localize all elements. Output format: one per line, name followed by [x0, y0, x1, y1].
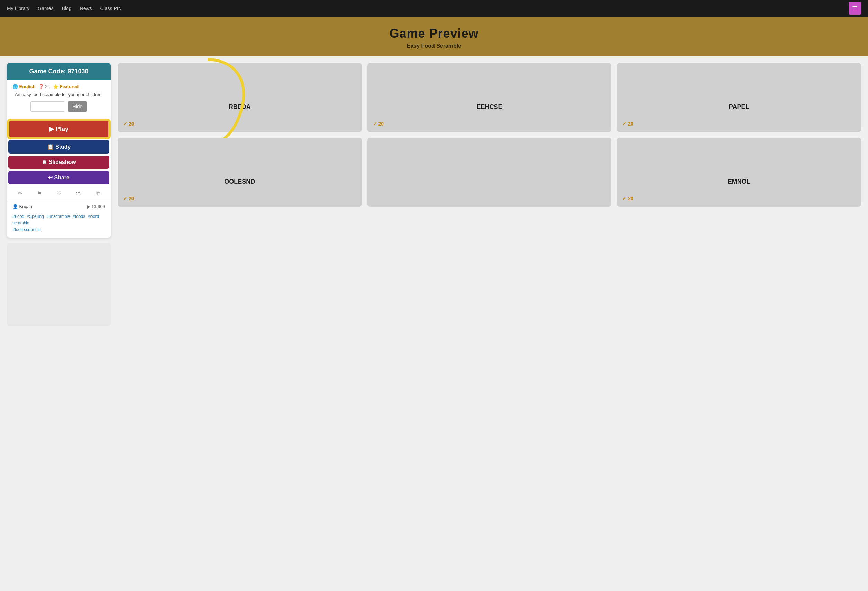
game-card: Game Code: 971030 🌐 English ❓ 24 ⭐ Featu…: [7, 63, 111, 237]
badge-featured: ⭐ Featured: [53, 84, 79, 89]
card-word-4: OOLESND: [123, 178, 356, 185]
play-count: ▶ 13,909: [87, 204, 105, 209]
badge-count: ❓ 24: [38, 84, 50, 89]
nav-games[interactable]: Games: [38, 6, 53, 11]
nav-my-library[interactable]: My Library: [7, 6, 30, 11]
game-description: An easy food scramble for younger childr…: [12, 92, 105, 97]
card-word-1: RBEDA: [123, 103, 356, 111]
slideshow-button[interactable]: 🖥 Slideshow: [8, 156, 109, 169]
code-input-field[interactable]: [31, 101, 65, 112]
game-meta: 🌐 English ❓ 24 ⭐ Featured An easy food s…: [7, 80, 111, 120]
card-score-1: ✓ 20: [123, 121, 356, 127]
left-panel: Game Code: 971030 🌐 English ❓ 24 ⭐ Featu…: [7, 63, 111, 326]
game-tags: #Food #Spelling #unscramble #foods #word…: [7, 214, 111, 237]
badge-language: 🌐 English: [12, 84, 35, 89]
empty-card: [7, 243, 111, 326]
game-grid: RBEDA ✓ 20 EEHCSE ✓ 20 PAPEL ✓ 20: [118, 63, 861, 207]
share-button[interactable]: ↩ Share: [8, 171, 109, 184]
favorite-icon[interactable]: ♡: [56, 190, 61, 197]
card-word-3: PAPEL: [622, 103, 856, 111]
code-input-row: Hide: [12, 101, 105, 112]
grid-card-1[interactable]: RBEDA ✓ 20: [118, 63, 362, 132]
card-score-6: ✓ 20: [622, 196, 856, 201]
grid-card-5[interactable]: [368, 138, 612, 207]
grid-card-6[interactable]: EMNOL ✓ 20: [617, 138, 861, 207]
author-name: 👤 Kngan: [12, 204, 32, 209]
nav-blog[interactable]: Blog: [62, 6, 71, 11]
hide-button[interactable]: Hide: [68, 101, 87, 112]
nav-news[interactable]: News: [80, 6, 92, 11]
game-footer: 👤 Kngan ▶ 13,909: [7, 201, 111, 214]
nav-links: My Library Games Blog News Class PIN: [7, 6, 122, 11]
game-badges: 🌐 English ❓ 24 ⭐ Featured: [12, 84, 105, 89]
tag-foods[interactable]: #foods: [73, 214, 85, 219]
header-banner: Game Preview Easy Food Scramble: [0, 16, 868, 56]
nav-class-pin[interactable]: Class PIN: [100, 6, 122, 11]
study-button[interactable]: 📋 Study: [8, 140, 109, 153]
flag-icon[interactable]: ⚑: [37, 190, 42, 197]
tag-spelling[interactable]: #Spelling: [27, 214, 44, 219]
page-subtitle: Easy Food Scramble: [7, 43, 861, 49]
grid-card-2[interactable]: EEHCSE ✓ 20: [368, 63, 612, 132]
main-content: Game Code: 971030 🌐 English ❓ 24 ⭐ Featu…: [0, 56, 868, 333]
card-word-2: EEHCSE: [373, 103, 606, 111]
tag-food-scramble[interactable]: #food scramble: [12, 227, 41, 232]
card-score-4: ✓ 20: [123, 196, 356, 201]
card-word-6: EMNOL: [622, 178, 856, 185]
game-code-header: Game Code: 971030: [7, 63, 111, 80]
card-score-2: ✓ 20: [373, 121, 606, 127]
copy-icon[interactable]: ⧉: [96, 190, 100, 197]
edit-icon[interactable]: ✏: [18, 190, 22, 197]
tag-unscramble[interactable]: #unscramble: [46, 214, 70, 219]
menu-button[interactable]: ☰: [849, 2, 861, 15]
top-navigation: My Library Games Blog News Class PIN ☰: [0, 0, 868, 16]
page-title: Game Preview: [7, 26, 861, 41]
play-button[interactable]: ▶ Play: [8, 120, 109, 138]
grid-card-4[interactable]: OOLESND ✓ 20: [118, 138, 362, 207]
folder-icon[interactable]: 🗁: [76, 190, 81, 197]
tag-food[interactable]: #Food: [12, 214, 24, 219]
grid-card-3[interactable]: PAPEL ✓ 20: [617, 63, 861, 132]
action-icons-row: ✏ ⚑ ♡ 🗁 ⧉: [7, 188, 111, 201]
card-score-3: ✓ 20: [622, 121, 856, 127]
